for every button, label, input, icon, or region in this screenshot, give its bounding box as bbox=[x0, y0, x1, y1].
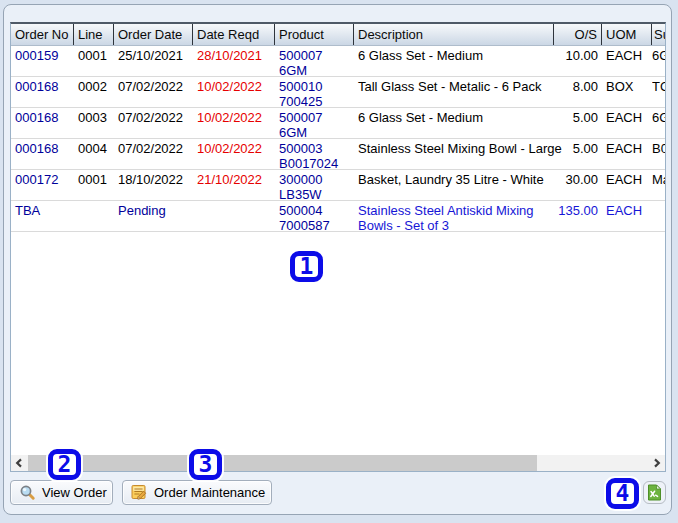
cell-product: 300000LB35W bbox=[275, 170, 354, 200]
cell-product: 500003B0017024 bbox=[275, 139, 354, 169]
cell-supplier: 6GM bbox=[652, 108, 666, 138]
view-order-label: View Order bbox=[36, 485, 117, 500]
cell-supplier bbox=[652, 201, 666, 231]
callout-1-label: 1 bbox=[300, 255, 314, 278]
cell-product: 500010700425 bbox=[275, 77, 354, 107]
cell-description: Tall Glass Set - Metalic - 6 Pack bbox=[354, 77, 554, 107]
callout-2: 2 bbox=[48, 449, 81, 480]
order-row-2[interactable]: 000168000207/02/202210/02/20225000107004… bbox=[11, 77, 665, 108]
cell-date_reqd: 21/10/2022 bbox=[193, 170, 275, 200]
order-row-1[interactable]: 000159000125/10/202128/10/20215000076GM6… bbox=[11, 46, 665, 77]
cell-order_date: 07/02/2022 bbox=[114, 108, 193, 138]
cell-line: 0004 bbox=[74, 139, 114, 169]
cell-order_no: 000168 bbox=[11, 139, 74, 169]
cell-line: 0001 bbox=[74, 170, 114, 200]
horizontal-scrollbar[interactable] bbox=[11, 455, 665, 471]
cell-line bbox=[74, 201, 114, 231]
cell-uom: EACH bbox=[602, 139, 652, 169]
cell-date_reqd: 10/02/2022 bbox=[193, 77, 275, 107]
cell-order_no: 000172 bbox=[11, 170, 74, 200]
order-row-5[interactable]: 000172000118/10/202221/10/2022300000LB35… bbox=[11, 170, 665, 201]
cell-supplier: B00 bbox=[652, 139, 666, 169]
cell-order_date: 07/02/2022 bbox=[114, 139, 193, 169]
callout-4-label: 4 bbox=[616, 482, 630, 505]
cell-line: 0003 bbox=[74, 108, 114, 138]
callout-4: 4 bbox=[606, 478, 639, 509]
column-header-product[interactable]: Product bbox=[275, 24, 354, 45]
order-row-6[interactable]: TBAPending5000047000587Stainless Steel A… bbox=[11, 201, 665, 232]
cell-description: Stainless Steel Antiskid MixingBowls - S… bbox=[354, 201, 554, 231]
column-header-description[interactable]: Description bbox=[354, 24, 554, 45]
cell-product: 5000076GM bbox=[275, 108, 354, 138]
cell-order_date: 07/02/2022 bbox=[114, 77, 193, 107]
cell-order_date: 25/10/2021 bbox=[114, 46, 193, 76]
cell-uom: EACH bbox=[602, 46, 652, 76]
cell-os: 5.00 bbox=[554, 108, 602, 138]
cell-date_reqd: 10/02/2022 bbox=[193, 108, 275, 138]
column-header-order_date[interactable]: Order Date bbox=[114, 24, 193, 45]
cell-product: 5000076GM bbox=[275, 46, 354, 76]
cell-description: Stainless Steel Mixing Bowl - Large bbox=[354, 139, 554, 169]
column-header-line[interactable]: Line bbox=[74, 24, 114, 45]
column-header-date_reqd[interactable]: Date Reqd bbox=[193, 24, 275, 45]
cell-order_date: 18/10/2022 bbox=[114, 170, 193, 200]
scroll-right-button[interactable] bbox=[649, 455, 665, 471]
order-maintenance-button[interactable]: Order Maintenance bbox=[122, 480, 272, 505]
cell-supplier: 6GM bbox=[652, 46, 666, 76]
excel-file-icon bbox=[647, 484, 662, 501]
orders-window: Order NoLineOrder DateDate ReqdProductDe… bbox=[0, 0, 678, 523]
cell-os: 8.00 bbox=[554, 77, 602, 107]
order-maintenance-label: Order Maintenance bbox=[148, 485, 275, 500]
scrollbar-thumb[interactable] bbox=[28, 455, 537, 471]
column-header-order_no[interactable]: Order No bbox=[11, 24, 74, 45]
chevron-left-icon bbox=[15, 458, 23, 468]
callout-3-label: 3 bbox=[199, 453, 213, 476]
edit-note-icon bbox=[131, 484, 148, 501]
scroll-left-button[interactable] bbox=[11, 455, 27, 471]
cell-date_reqd bbox=[193, 201, 275, 231]
cell-description: Basket, Laundry 35 Litre - White bbox=[354, 170, 554, 200]
cell-date_reqd: 28/10/2021 bbox=[193, 46, 275, 76]
cell-os: 30.00 bbox=[554, 170, 602, 200]
cell-date_reqd: 10/02/2022 bbox=[193, 139, 275, 169]
cell-os: 5.00 bbox=[554, 139, 602, 169]
column-header-uom[interactable]: UOM bbox=[602, 24, 652, 45]
orders-grid: Order NoLineOrder DateDate ReqdProductDe… bbox=[10, 22, 666, 472]
cell-uom: BOX bbox=[602, 77, 652, 107]
cell-description: 6 Glass Set - Medium bbox=[354, 46, 554, 76]
cell-line: 0002 bbox=[74, 77, 114, 107]
cell-order_no: TBA bbox=[11, 201, 74, 231]
callout-1: 1 bbox=[290, 251, 323, 282]
cell-supplier: TGS bbox=[652, 77, 666, 107]
magnifier-icon bbox=[19, 484, 36, 501]
grid-header: Order NoLineOrder DateDate ReqdProductDe… bbox=[11, 24, 665, 46]
cell-uom: EACH bbox=[602, 108, 652, 138]
cell-order_date: Pending bbox=[114, 201, 193, 231]
column-header-supplier[interactable]: Sup bbox=[652, 24, 666, 45]
order-row-3[interactable]: 000168000307/02/202210/02/20225000076GM6… bbox=[11, 108, 665, 139]
cell-order_no: 000168 bbox=[11, 108, 74, 138]
grid-body: 000159000125/10/202128/10/20215000076GM6… bbox=[11, 46, 665, 232]
cell-os: 10.00 bbox=[554, 46, 602, 76]
cell-uom: EACH bbox=[602, 201, 652, 231]
cell-line: 0001 bbox=[74, 46, 114, 76]
cell-order_no: 000159 bbox=[11, 46, 74, 76]
view-order-button[interactable]: View Order bbox=[10, 480, 113, 505]
cell-description: 6 Glass Set - Medium bbox=[354, 108, 554, 138]
order-row-4[interactable]: 000168000407/02/202210/02/2022500003B001… bbox=[11, 139, 665, 170]
callout-2-label: 2 bbox=[58, 453, 72, 476]
column-header-os[interactable]: O/S bbox=[554, 24, 602, 45]
cell-uom: EACH bbox=[602, 170, 652, 200]
export-to-excel-button[interactable] bbox=[643, 481, 666, 504]
cell-order_no: 000168 bbox=[11, 77, 74, 107]
cell-product: 5000047000587 bbox=[275, 201, 354, 231]
callout-3: 3 bbox=[189, 449, 222, 480]
cell-supplier: Ma bbox=[652, 170, 666, 200]
cell-os: 135.00 bbox=[554, 201, 602, 231]
chevron-right-icon bbox=[653, 458, 661, 468]
